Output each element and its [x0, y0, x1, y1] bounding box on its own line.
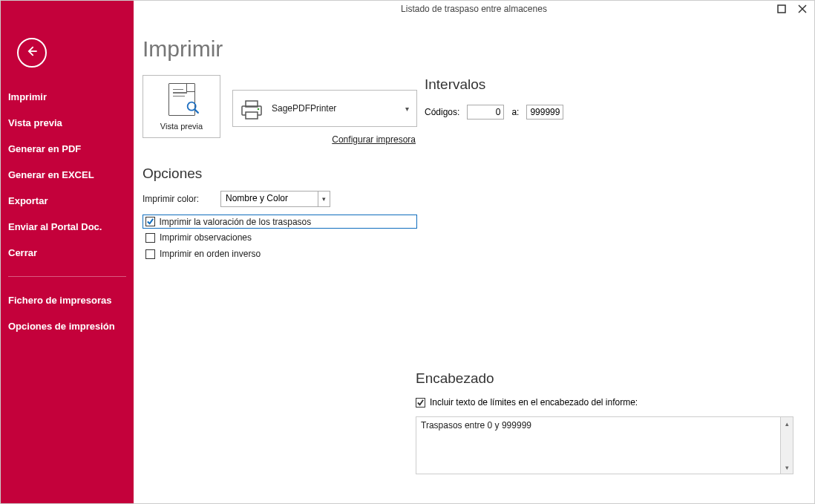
sidebar-item-opciones-impresion[interactable]: Opciones de impresión — [1, 313, 134, 339]
window-title: Listado de traspaso entre almacenes — [134, 4, 814, 14]
checkbox-icon — [145, 217, 155, 226]
magnifier-icon — [185, 99, 201, 119]
sidebar-divider — [8, 276, 126, 277]
configure-printer-link[interactable]: Configurar impresora — [232, 134, 417, 145]
close-icon — [798, 4, 807, 16]
sidebar-item-exportar[interactable]: Exportar — [1, 188, 134, 214]
sidebar-primary-list: Imprimir Vista previa Generar en PDF Gen… — [1, 84, 134, 339]
page-title: Imprimir — [143, 36, 417, 62]
checkbox-icon — [145, 233, 155, 243]
sidebar-item-fichero-impresoras[interactable]: Fichero de impresoras — [1, 287, 134, 313]
svg-rect-4 — [246, 112, 258, 119]
codigos-label: Códigos: — [425, 107, 459, 117]
close-button[interactable] — [795, 2, 810, 17]
scroll-down-icon[interactable]: ▾ — [781, 461, 793, 474]
encabezado-section: Encabezado Incluir texto de límites en e… — [416, 370, 793, 474]
checkbox-orden-inverso-label: Imprimir en orden inverso — [160, 249, 261, 259]
chevron-down-icon: ▾ — [405, 105, 409, 113]
checkbox-observaciones[interactable]: Imprimir observaciones — [143, 230, 417, 245]
checkbox-icon — [145, 249, 155, 259]
codigos-separator: a: — [511, 107, 519, 117]
imprimir-color-value: Nombre y Color — [226, 193, 288, 203]
checkbox-incluir-limites[interactable]: Incluir texto de límites en el encabezad… — [416, 397, 793, 408]
sidebar: Imprimir Vista previa Generar en PDF Gen… — [1, 1, 134, 503]
printer-select[interactable]: SagePDFPrinter ▾ — [232, 90, 417, 127]
encabezado-textarea[interactable] — [416, 416, 781, 474]
imprimir-color-select[interactable]: Nombre y Color ▾ — [220, 191, 330, 207]
printer-icon — [239, 99, 264, 118]
back-button[interactable] — [17, 38, 47, 68]
imprimir-color-label: Imprimir color: — [143, 194, 220, 204]
svg-rect-0 — [778, 5, 785, 13]
checkbox-valoracion[interactable]: Imprimir la valoración de los traspasos — [143, 215, 417, 229]
vista-previa-label: Vista previa — [160, 122, 203, 131]
opciones-heading: Opciones — [143, 166, 417, 182]
sidebar-item-generar-excel[interactable]: Generar en EXCEL — [1, 162, 134, 188]
textarea-scrollbar[interactable]: ▴ ▾ — [781, 416, 793, 474]
title-bar: Listado de traspaso entre almacenes — [134, 1, 814, 22]
sidebar-item-imprimir[interactable]: Imprimir — [1, 84, 134, 110]
checkbox-valoracion-label: Imprimir la valoración de los traspasos — [160, 217, 312, 227]
encabezado-heading: Encabezado — [416, 370, 793, 387]
sidebar-item-enviar-portal[interactable]: Enviar al Portal Doc. — [1, 214, 134, 240]
svg-point-5 — [258, 108, 260, 111]
maximize-icon — [777, 4, 786, 16]
chevron-down-icon: ▾ — [318, 192, 330, 206]
sidebar-item-generar-pdf[interactable]: Generar en PDF — [1, 136, 134, 162]
intervalos-heading: Intervalos — [425, 76, 793, 93]
main-panel: Listado de traspaso entre almacenes Impr… — [134, 1, 814, 503]
printer-name: SagePDFPrinter — [272, 103, 336, 114]
codigos-to-input[interactable] — [526, 105, 563, 120]
maximize-button[interactable] — [774, 2, 789, 17]
arrow-left-icon — [24, 44, 39, 62]
checkbox-incluir-limites-label: Incluir texto de límites en el encabezad… — [430, 397, 638, 408]
checkbox-icon — [416, 398, 425, 408]
sidebar-item-cerrar[interactable]: Cerrar — [1, 240, 134, 266]
codigos-from-input[interactable] — [467, 105, 504, 120]
scroll-up-icon[interactable]: ▴ — [781, 417, 793, 430]
checkbox-orden-inverso[interactable]: Imprimir en orden inverso — [143, 246, 417, 261]
checkbox-observaciones-label: Imprimir observaciones — [160, 232, 252, 243]
sidebar-item-vista-previa[interactable]: Vista previa — [1, 110, 134, 136]
vista-previa-button[interactable]: Vista previa — [143, 75, 220, 138]
